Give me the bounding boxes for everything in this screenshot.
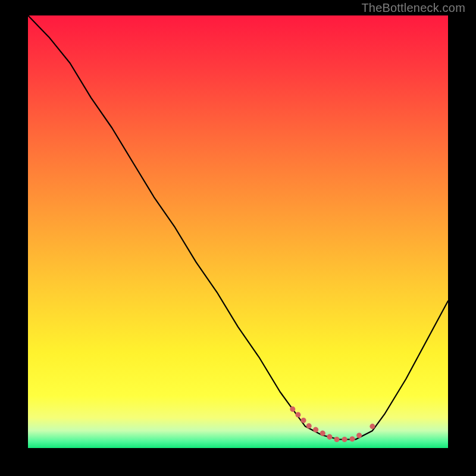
bottleneck-curve [28,15,448,448]
chart-container: TheBottleneck.com [0,0,476,476]
plot-area [28,15,448,448]
svg-point-1 [369,424,375,429]
watermark-text: TheBottleneck.com [361,1,465,15]
